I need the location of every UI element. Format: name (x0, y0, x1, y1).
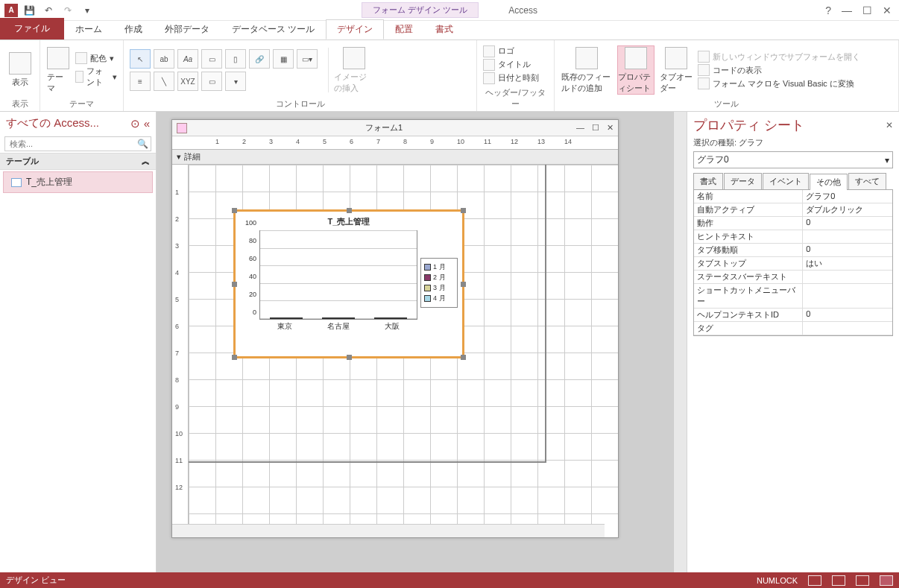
ps-tab-event[interactable]: イベント (763, 173, 809, 189)
section-detail-header[interactable]: ▾ 詳細 (172, 150, 618, 165)
resize-handle[interactable] (232, 355, 237, 360)
resize-handle[interactable] (232, 282, 237, 287)
nav-tool-icon[interactable]: ▦ (273, 49, 294, 69)
link-tool-icon[interactable]: 🔗 (249, 49, 270, 69)
property-sheet-button[interactable]: プロパティシート (617, 45, 654, 95)
ruler-vertical[interactable]: 123456789101112 (172, 165, 189, 537)
controls-gallery[interactable]: ↖ ab Aa ▭ ▯ 🔗 ▦ ▭▾ ≡ ╲ XYZ ▭ ▾ (130, 49, 324, 91)
fonts-button[interactable]: フォント▾ (75, 66, 117, 88)
view-layout-icon[interactable] (856, 575, 869, 586)
form-close-icon[interactable]: ✕ (607, 123, 613, 133)
form-maximize-icon[interactable]: ☐ (592, 123, 599, 133)
nav-search[interactable]: 🔍 (4, 136, 151, 151)
property-row[interactable]: 動作0 (694, 217, 892, 230)
insert-image-button[interactable]: イメージの挿入 (333, 45, 375, 95)
nav-header[interactable]: すべての Access... ⊙ « (0, 112, 156, 135)
chart-object[interactable]: T_売上管理 020406080100 東京名古屋大阪 1 月2 月3 月4 月 (233, 209, 464, 358)
workarea-scrollbar-v[interactable] (673, 112, 687, 572)
resize-handle[interactable] (347, 208, 352, 213)
chevron-down-icon: ▾ (885, 155, 889, 165)
maximize-icon[interactable]: ☐ (862, 4, 872, 16)
property-row[interactable]: ショートカットメニューバー (694, 284, 892, 309)
propsheet-grid: 名前グラフ0自動アクティブダブルクリック動作0ヒントテキストタブ移動順0タブスト… (693, 190, 893, 336)
textbox-tool-icon[interactable]: ab (154, 49, 174, 69)
tab-file[interactable]: ファイル (0, 18, 64, 39)
minimize-icon[interactable]: — (842, 4, 852, 16)
colors-button[interactable]: 配色▾ (75, 52, 117, 64)
ps-tab-format[interactable]: 書式 (693, 173, 723, 189)
property-row[interactable]: 自動アクティブダブルクリック (694, 203, 892, 217)
rect-tool-icon[interactable]: ▭ (201, 72, 222, 91)
property-row[interactable]: ヒントテキスト (694, 230, 892, 244)
resize-handle[interactable] (232, 208, 237, 213)
line-tool-icon[interactable]: ╲ (154, 72, 174, 91)
tab-tool-icon[interactable]: ▯ (225, 49, 246, 69)
themes-button[interactable]: テーマ (46, 45, 71, 95)
ps-tab-other[interactable]: その他 (810, 174, 848, 190)
datetime-button[interactable]: 日付と時刻 (483, 72, 539, 84)
combo-tool-icon[interactable]: ▭▾ (297, 49, 318, 69)
redo-icon[interactable]: ↷ (60, 2, 76, 19)
more-tool-icon[interactable]: ▾ (225, 72, 246, 91)
property-row[interactable]: 名前グラフ0 (694, 190, 892, 203)
convert-macro-button[interactable]: フォーム マクロを Visual Basic に変換 (698, 78, 860, 89)
search-icon[interactable]: 🔍 (137, 139, 148, 149)
tab-arrange[interactable]: 配置 (384, 19, 424, 39)
qat-customize-icon[interactable]: ▾ (79, 2, 95, 19)
undo-icon[interactable]: ↶ (40, 2, 57, 19)
form-scrollbar-h[interactable] (172, 524, 605, 537)
property-row[interactable]: ヘルプコンテキストID0 (694, 309, 892, 322)
collapse-icon[interactable]: ︽ (142, 156, 150, 167)
property-row[interactable]: タグ (694, 322, 892, 335)
nav-group-tables[interactable]: テーブル︽ (0, 153, 156, 170)
save-icon[interactable]: 💾 (21, 2, 37, 19)
button-tool-icon[interactable]: ▭ (201, 49, 222, 69)
property-row[interactable]: タブストップはい (694, 257, 892, 271)
search-input[interactable] (4, 136, 151, 151)
status-view-label: デザイン ビュー (6, 575, 66, 586)
propsheet-selector[interactable]: グラフ0 ▾ (693, 151, 893, 168)
property-row[interactable]: ステータスバーテキスト (694, 271, 892, 284)
titlebar: A 💾 ↶ ↷ ▾ フォーム デザイン ツール Access ? — ☐ ✕ (0, 0, 899, 21)
propsheet-close-icon[interactable]: ✕ (886, 120, 893, 130)
add-fields-button[interactable]: 既存のフィールドの追加 (561, 45, 613, 95)
group-tools-label: ツール (561, 97, 892, 110)
resize-handle[interactable] (347, 355, 352, 360)
view-design-icon[interactable] (880, 575, 893, 586)
property-row[interactable]: タブ移動順0 (694, 244, 892, 257)
tab-design[interactable]: デザイン (326, 19, 384, 39)
resize-handle[interactable] (461, 282, 466, 287)
view-button[interactable]: 表示 (6, 45, 34, 95)
list-tool-icon[interactable]: ≡ (130, 72, 151, 91)
section-arrow-icon: ▾ (177, 152, 181, 162)
logo-button[interactable]: ロゴ (483, 45, 539, 57)
nav-item-table[interactable]: T_売上管理 (3, 171, 153, 193)
resize-handle[interactable] (461, 355, 466, 360)
form-minimize-icon[interactable]: — (576, 123, 584, 133)
tab-external[interactable]: 外部データ (154, 19, 221, 39)
resize-handle[interactable] (461, 208, 466, 213)
view-icon (9, 52, 31, 75)
tab-format[interactable]: 書式 (424, 19, 464, 39)
ps-tab-data[interactable]: データ (724, 173, 762, 189)
subform-newwindow-button[interactable]: 新しいウィンドウでサブフォームを開く (698, 51, 860, 63)
close-icon[interactable]: ✕ (883, 4, 892, 16)
group-theme-label: テーマ (46, 97, 117, 110)
tab-dbtools[interactable]: データベース ツール (221, 19, 326, 39)
select-tool-icon[interactable]: ↖ (130, 49, 151, 69)
view-datasheet-icon[interactable] (832, 575, 845, 586)
tab-create[interactable]: 作成 (113, 19, 154, 39)
label-tool-icon[interactable]: Aa (177, 49, 198, 69)
title-button[interactable]: タイトル (483, 59, 539, 71)
chevron-down-icon[interactable]: ⊙ « (130, 117, 150, 130)
view-code-button[interactable]: コードの表示 (698, 64, 860, 76)
design-grid[interactable]: T_売上管理 020406080100 東京名古屋大阪 1 月2 月3 月4 月 (189, 165, 618, 537)
tab-order-button[interactable]: タブオーダー (659, 45, 693, 95)
help-icon[interactable]: ? (825, 4, 831, 16)
ruler-horizontal[interactable]: 1234567891011121314 (172, 136, 618, 150)
ps-tab-all[interactable]: すべて (848, 173, 886, 189)
tab-home[interactable]: ホーム (64, 19, 113, 39)
view-form-icon[interactable] (808, 575, 821, 586)
add-fields-icon (575, 47, 598, 69)
toggle-tool-icon[interactable]: XYZ (177, 72, 198, 91)
